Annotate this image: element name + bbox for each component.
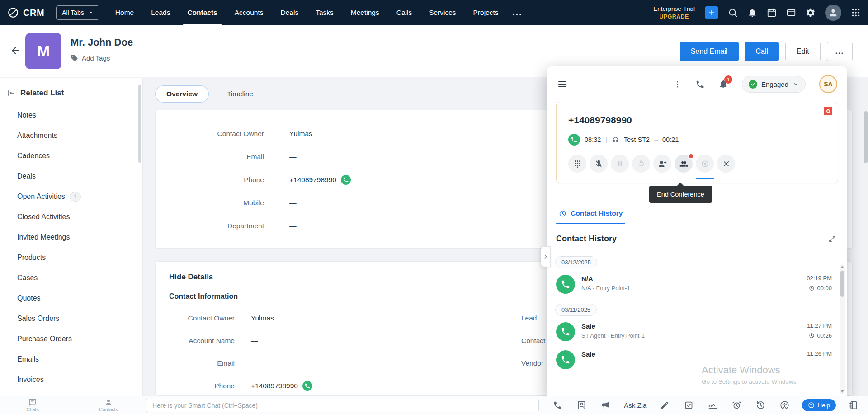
add-participant-button[interactable] (653, 155, 671, 173)
call-button[interactable]: Call (745, 42, 779, 61)
agent-status-dropdown[interactable]: Engaged (742, 76, 806, 93)
dialer-icon[interactable] (695, 80, 705, 89)
edit-button[interactable]: Edit (785, 42, 821, 61)
sidebar-item-emails[interactable]: Emails (0, 349, 142, 369)
sidebar-item-quotes[interactable]: Quotes (0, 288, 142, 308)
mute-button[interactable] (590, 155, 608, 173)
sidebar-item-deals[interactable]: Deals (0, 166, 142, 186)
dock-chats[interactable]: Chats (18, 398, 47, 412)
nav-item-calls[interactable]: Calls (388, 0, 420, 25)
page-scroll-thumb[interactable] (864, 111, 868, 163)
dock-contacts[interactable]: Contacts (94, 398, 123, 412)
sidebar-item-closed-activities[interactable]: Closed Activities (0, 207, 142, 227)
sidebar-item-invoices[interactable]: Invoices (0, 369, 142, 390)
sidebar-item-sales-orders[interactable]: Sales Orders (0, 308, 142, 329)
sidebar-item-open-activities[interactable]: Open Activities1 (0, 186, 142, 207)
history-entry[interactable]: N/AN/A · Entry Point-102:19 PM00:00 (555, 270, 834, 298)
nav-item-home[interactable]: Home (107, 0, 142, 25)
kebab-menu-icon[interactable] (673, 80, 682, 89)
back-button[interactable] (10, 45, 21, 56)
settings-gear-icon[interactable] (806, 8, 816, 18)
field-label: Email (156, 359, 235, 367)
tab-timeline[interactable]: Timeline (216, 86, 264, 102)
related-list-sidebar: Related List NotesAttachmentsCadencesDea… (0, 78, 143, 396)
announcement-icon[interactable] (601, 400, 610, 410)
upgrade-link[interactable]: UPGRADE (653, 13, 695, 20)
sidebar-scrollbar[interactable] (138, 85, 141, 163)
add-tags[interactable]: Add Tags (71, 54, 133, 62)
more-actions-button[interactable]: ... (827, 42, 853, 61)
sidebar-item-products[interactable]: Products (0, 247, 142, 268)
sidebar-item-purchase-orders[interactable]: Purchase Orders (0, 329, 142, 349)
nav-item-services[interactable]: Services (420, 0, 464, 25)
alarm-icon[interactable] (732, 400, 741, 410)
all-tabs-dropdown[interactable]: All Tabs (56, 5, 99, 20)
marketplace-icon[interactable] (786, 8, 796, 18)
transfer-button[interactable] (632, 155, 650, 173)
entry-detail: ST Agent · Entry Point-1 (581, 332, 645, 339)
contacts-book-icon[interactable] (577, 400, 586, 410)
nav-item-accounts[interactable]: Accounts (226, 0, 272, 25)
scroll-up-arrow[interactable] (840, 266, 844, 268)
tab-overview[interactable]: Overview (155, 85, 209, 103)
sidebar-item-cadences[interactable]: Cadences (0, 146, 142, 166)
conference-duration: 00:21 (662, 136, 679, 143)
sidebar-item-attachments[interactable]: Attachments (0, 125, 142, 146)
calendar-icon[interactable] (767, 8, 777, 18)
help-button[interactable]: Help (802, 399, 836, 411)
conference-agent-name: Test ST2 (624, 136, 650, 143)
history-entry[interactable]: SaleST Agent · Entry Point-111:27 PM00:2… (555, 318, 834, 346)
add-button[interactable] (705, 6, 718, 19)
call-type-icon (556, 275, 575, 294)
conference-button[interactable] (675, 155, 693, 173)
nav-item-deals[interactable]: Deals (272, 0, 307, 25)
send-email-button[interactable]: Send Email (680, 42, 739, 61)
expand-icon[interactable] (828, 235, 836, 243)
tab-contact-history[interactable]: Contact History (556, 204, 625, 224)
nav-item-projects[interactable]: Projects (465, 0, 507, 25)
nav-item-contacts[interactable]: Contacts (179, 0, 226, 25)
notification-count-badge: 1 (724, 75, 732, 84)
record-button[interactable] (696, 155, 714, 173)
field-value: — (289, 199, 297, 207)
scroll-thumb[interactable] (840, 271, 844, 297)
signature-icon[interactable] (708, 400, 717, 410)
call-icon[interactable] (302, 381, 312, 391)
nav-item-tasks[interactable]: Tasks (307, 0, 342, 25)
search-icon[interactable] (728, 8, 738, 18)
notebook-icon[interactable] (849, 400, 858, 410)
collapse-panel-icon[interactable] (7, 89, 15, 97)
panel-collapse-handle[interactable] (541, 246, 551, 267)
sidebar-item-invited-meetings[interactable]: Invited Meetings (0, 227, 142, 247)
sidebar-item-campaigns[interactable]: Campaigns (0, 390, 142, 396)
nav-more-button[interactable]: ... (507, 8, 528, 18)
bottombar-icons: Ask ZiaHelp (546, 396, 865, 414)
accessibility-icon[interactable] (780, 400, 789, 410)
brand[interactable]: CRM (7, 7, 44, 19)
hold-button[interactable] (611, 155, 629, 173)
sidebar-item-notes[interactable]: Notes (0, 105, 142, 125)
sidebar-item-cases[interactable]: Cases (0, 268, 142, 288)
call-icon[interactable] (341, 175, 351, 185)
agent-avatar[interactable]: SA (819, 75, 837, 93)
history-entry[interactable]: Sale11:26 PM (555, 346, 834, 374)
history-icon[interactable] (756, 400, 765, 410)
end-call-button[interactable] (717, 155, 735, 173)
profile-avatar[interactable] (825, 5, 841, 21)
dialpad-button[interactable] (568, 155, 586, 173)
tasks-icon[interactable] (684, 400, 693, 410)
apps-grid-icon[interactable] (851, 8, 861, 18)
compose-icon[interactable] (660, 400, 670, 410)
call-controls (568, 155, 826, 173)
call-icon[interactable] (553, 400, 562, 410)
nav-item-meetings[interactable]: Meetings (342, 0, 388, 25)
notifications-bell-icon[interactable] (747, 8, 757, 18)
page-scrollbar[interactable] (863, 78, 868, 396)
softphone-notifications-icon[interactable]: 1 (718, 79, 728, 89)
nav-item-leads[interactable]: Leads (142, 0, 179, 25)
smart-chat-input[interactable] (146, 399, 539, 412)
panel-scrollbar[interactable] (840, 264, 845, 394)
ask-zia-link[interactable]: Ask Zia (624, 401, 646, 409)
scroll-down-arrow[interactable] (840, 390, 844, 393)
hamburger-menu-icon[interactable] (557, 79, 568, 89)
